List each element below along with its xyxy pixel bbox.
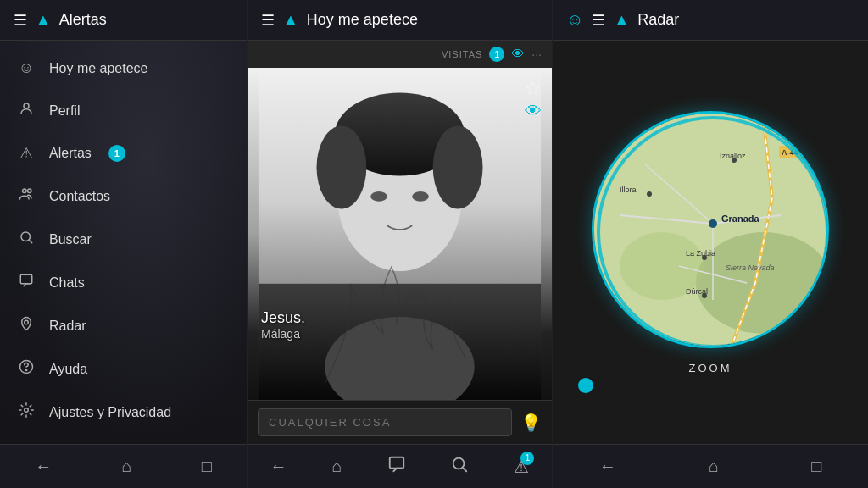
menu-label-radar: Radar xyxy=(49,319,86,334)
svg-point-14 xyxy=(433,126,483,209)
middle-triangle-icon: ▲ xyxy=(283,11,298,29)
middle-hamburger-icon[interactable]: ☰ xyxy=(261,11,275,30)
side-action-icons: 👁 xyxy=(525,102,542,121)
svg-point-3 xyxy=(21,232,31,241)
middle-home-btn[interactable]: ⌂ xyxy=(325,450,348,483)
location-icon xyxy=(17,316,36,336)
svg-point-5 xyxy=(25,320,29,324)
settings-icon xyxy=(17,402,36,422)
visits-bar: VISITAS 1 👁 ··· xyxy=(248,41,552,68)
eye-visits-icon[interactable]: 👁 xyxy=(511,47,525,62)
favorite-star-icon[interactable]: ☆ xyxy=(525,78,542,100)
chat-nav-icon xyxy=(387,455,406,478)
right-header: ☺ ☰ ▲ Radar xyxy=(553,0,868,41)
svg-point-26 xyxy=(647,191,652,197)
svg-point-19 xyxy=(453,458,465,469)
right-bottom-nav: ← ⌂ □ xyxy=(553,444,868,488)
svg-point-15 xyxy=(370,191,387,202)
menu-item-buscar[interactable]: Buscar xyxy=(0,218,247,261)
svg-text:Íllora: Íllora xyxy=(620,186,637,194)
menu-label-alertas: Alertas xyxy=(49,146,92,161)
triangle-logo: ▲ xyxy=(36,11,51,29)
person-icon xyxy=(17,101,36,120)
menu-label-chats: Chats xyxy=(49,275,85,291)
map-area: Granada Íllora Iznalloz A-44 xyxy=(594,114,826,346)
right-home-btn[interactable]: ⌂ xyxy=(702,450,726,483)
hamburger-icon[interactable]: ☰ xyxy=(14,11,27,30)
menu-item-hoy[interactable]: ☺ Hoy me apetece xyxy=(0,47,247,89)
profile-location: Málaga xyxy=(261,327,305,341)
svg-point-13 xyxy=(317,126,367,209)
right-header-title: Radar xyxy=(637,11,679,29)
right-square-btn[interactable]: □ xyxy=(804,450,828,483)
menu-item-radar[interactable]: Radar xyxy=(0,304,247,347)
visits-label: VISITAS xyxy=(442,49,482,59)
left-bottom-nav: ← ⌂ □ xyxy=(0,444,247,488)
alert-nav-badge: 1 xyxy=(520,452,534,465)
svg-point-24 xyxy=(709,219,717,228)
menu-label-perfil: Perfil xyxy=(49,103,80,119)
profile-name: Jesus. xyxy=(261,309,305,327)
svg-point-1 xyxy=(23,189,27,193)
menu-label-ayuda: Ayuda xyxy=(49,362,87,377)
left-header-title: Alertas xyxy=(59,11,107,29)
svg-text:Iznalloz: Iznalloz xyxy=(720,152,746,160)
menu-item-ayuda[interactable]: Ayuda xyxy=(0,347,247,391)
menu-item-contactos[interactable]: Contactos xyxy=(0,175,247,218)
svg-point-2 xyxy=(28,189,32,193)
radar-map-circle[interactable]: Granada Íllora Iznalloz A-44 xyxy=(592,111,829,348)
chat-icon xyxy=(17,273,36,292)
menu-label-ajustes: Ajustes y Privacidad xyxy=(49,405,171,420)
right-smiley-icon[interactable]: ☺ xyxy=(566,10,583,30)
alertas-badge: 1 xyxy=(108,145,125,162)
svg-rect-17 xyxy=(259,284,541,400)
zoom-label: ZOOM xyxy=(689,362,732,374)
right-hamburger-icon[interactable]: ☰ xyxy=(592,11,605,30)
middle-panel: ☰ ▲ Hoy me apetece VISITAS 1 👁 ··· xyxy=(248,0,553,488)
blue-indicator-dot[interactable] xyxy=(578,378,593,393)
lightbulb-icon[interactable]: 💡 xyxy=(520,413,542,433)
right-home-icon: ⌂ xyxy=(709,457,719,476)
right-triangle-icon: ▲ xyxy=(614,11,629,29)
back-icon: ← xyxy=(270,457,287,476)
right-back-icon: ← xyxy=(599,457,616,476)
search-menu-icon xyxy=(17,230,36,249)
back-arrow-icon[interactable]: ← xyxy=(28,450,58,483)
left-menu-panel: ☰ ▲ Alertas ☺ Hoy me apetece Perfil ⚠ xyxy=(0,0,248,488)
svg-rect-4 xyxy=(20,274,32,284)
radar-content: Granada Íllora Iznalloz A-44 xyxy=(553,41,868,444)
right-back-btn[interactable]: ← xyxy=(593,450,623,483)
middle-search-btn[interactable] xyxy=(443,448,476,485)
menu-item-chats[interactable]: Chats xyxy=(0,261,247,304)
alert-icon: ⚠ xyxy=(17,144,36,163)
cualquier-cosa-input[interactable] xyxy=(258,408,512,436)
middle-alert-btn[interactable]: ⚠ 1 xyxy=(507,450,536,484)
middle-back-btn[interactable]: ← xyxy=(263,450,293,483)
menu-item-perfil[interactable]: Perfil xyxy=(0,89,247,132)
profile-photo-svg xyxy=(248,68,552,400)
svg-text:Dúrcal: Dúrcal xyxy=(686,287,708,296)
right-square-icon: □ xyxy=(811,457,821,476)
profile-info: Jesus. Málaga xyxy=(261,309,305,341)
middle-chat-btn[interactable] xyxy=(381,448,413,485)
menu-label-contactos: Contactos xyxy=(49,189,110,204)
square-nav-icon[interactable]: □ xyxy=(195,450,219,483)
side-eye-icon[interactable]: 👁 xyxy=(525,102,542,121)
help-icon xyxy=(17,359,36,379)
svg-text:La Zubia: La Zubia xyxy=(686,249,715,258)
svg-rect-18 xyxy=(389,458,403,469)
middle-header-title: Hoy me apetece xyxy=(307,11,418,29)
middle-header: ☰ ▲ Hoy me apetece xyxy=(248,0,552,41)
menu-item-ajustes[interactable]: Ajustes y Privacidad xyxy=(0,391,247,434)
menu-item-cerrar[interactable]: ✕ Cerrar Sesión xyxy=(0,434,247,444)
dots-menu-icon[interactable]: ··· xyxy=(531,47,542,61)
profile-card: ☆ 👁 Jesus. Málaga xyxy=(248,68,552,400)
visit-count-badge: 1 xyxy=(489,47,504,62)
left-header: ☰ ▲ Alertas xyxy=(0,0,247,41)
svg-point-7 xyxy=(25,369,27,371)
search-nav-icon xyxy=(450,455,469,478)
menu-item-alertas[interactable]: ⚠ Alertas 1 xyxy=(0,132,247,175)
home-nav-icon[interactable]: ⌂ xyxy=(114,450,138,483)
svg-text:Granada: Granada xyxy=(721,214,760,224)
smiley-menu-icon: ☺ xyxy=(17,59,36,77)
